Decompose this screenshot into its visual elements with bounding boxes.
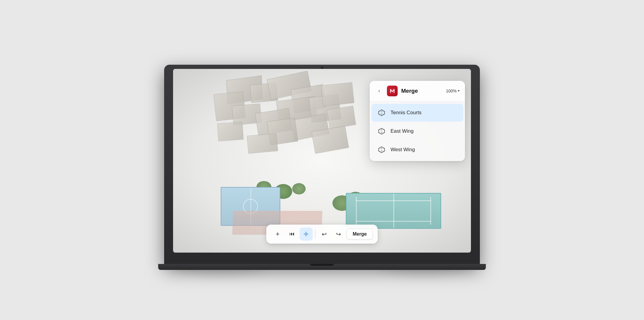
laptop-hinge-notch — [310, 264, 334, 266]
merge-logo-icon — [389, 88, 396, 94]
panel-header: ‹ Merge 100% ▾ — [370, 81, 465, 101]
redo-button[interactable]: ↪ — [332, 228, 345, 241]
move-icon: ✛ — [304, 231, 309, 238]
toolbar-divider — [315, 230, 315, 238]
panel-back-button[interactable]: ‹ — [375, 87, 383, 95]
screen: ‹ Merge 100% ▾ — [173, 69, 471, 253]
cube-icon-east-wing — [377, 126, 386, 136]
panel-item-east-wing[interactable]: East Wing — [371, 122, 463, 140]
zoom-dropdown-button[interactable]: 100% ▾ — [446, 89, 460, 93]
undo-button[interactable]: ↩ — [318, 228, 331, 241]
panel-item-list: Tennis Courts — [370, 101, 465, 161]
tennis-courts-visual — [346, 193, 441, 229]
screen-bezel: ‹ Merge 100% ▾ — [173, 69, 471, 253]
cube-icon-west-wing — [377, 145, 386, 154]
undo-icon: ↩ — [322, 231, 327, 238]
add-button[interactable]: + — [271, 228, 284, 241]
panel-item-west-wing[interactable]: West Wing — [371, 141, 463, 159]
merge-panel: ‹ Merge 100% ▾ — [370, 81, 465, 161]
toolbar: + ⏮ ✛ ↩ ↪ Mer — [266, 225, 378, 244]
merge-logo — [387, 86, 398, 96]
back-icon: ‹ — [378, 88, 380, 94]
chevron-down-icon: ▾ — [458, 89, 460, 93]
west-wing-label: West Wing — [391, 147, 415, 153]
merge-toolbar-button[interactable]: Merge — [346, 229, 373, 239]
redo-icon: ↪ — [336, 231, 341, 238]
laptop-body: ‹ Merge 100% ▾ — [164, 65, 480, 265]
plus-icon: + — [276, 230, 280, 238]
merge-button-label: Merge — [353, 231, 367, 236]
zoom-value: 100% — [446, 89, 457, 93]
panel-title: Merge — [401, 88, 442, 94]
skip-to-start-button[interactable]: ⏮ — [285, 228, 298, 241]
move-button[interactable]: ✛ — [300, 228, 313, 241]
panel-item-tennis-courts[interactable]: Tennis Courts — [371, 104, 463, 122]
laptop-base — [158, 264, 486, 270]
camera-notch — [321, 67, 323, 69]
skip-start-icon: ⏮ — [289, 231, 295, 237]
tennis-courts-label: Tennis Courts — [391, 110, 421, 116]
cube-icon-tennis — [377, 108, 386, 118]
east-wing-label: East Wing — [391, 128, 413, 134]
